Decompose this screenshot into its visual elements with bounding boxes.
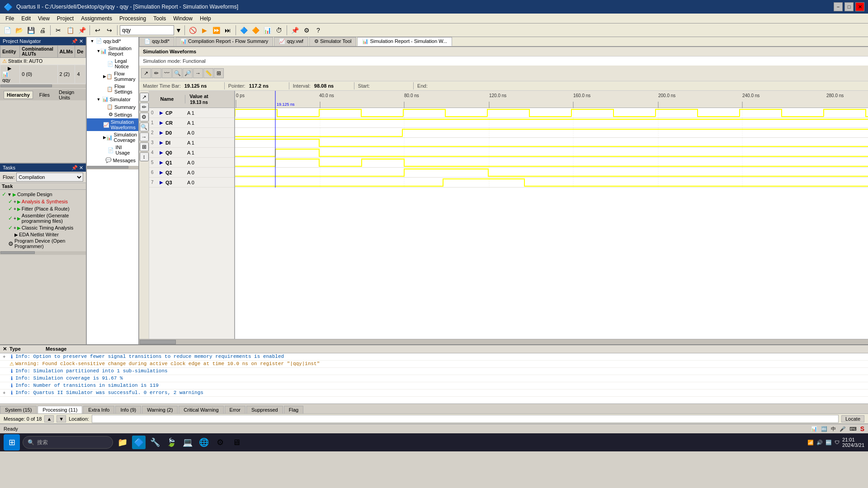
wv-side-arrow[interactable]: → — [140, 132, 149, 141]
close-button[interactable]: ✕ — [855, 2, 864, 11]
wv-side-wave[interactable]: ⚙ — [140, 113, 149, 122]
signal-row-q0[interactable]: 4 ▶ Q0 A 1 — [149, 148, 234, 158]
taskbar-icon-files[interactable]: 📁 — [116, 436, 129, 449]
msg-close-button[interactable]: ✕ — [3, 346, 7, 352]
message-row[interactable]: + ℹ Info: Quartus II Simulator was succe… — [0, 389, 868, 397]
signal-row-di[interactable]: 3 ▶ DI A 1 — [149, 138, 234, 148]
toolbar-chip[interactable]: 🔶 — [250, 25, 261, 36]
bottom-tab-error[interactable]: Error — [225, 406, 245, 413]
wv-wave-btn[interactable]: 〰 — [162, 68, 172, 78]
wv-cursor-btn[interactable]: ↗ — [141, 68, 151, 78]
project-search-input[interactable] — [120, 25, 174, 35]
taskbar-icon-app1[interactable]: 🔧 — [148, 436, 162, 449]
msg-expand-icon[interactable]: + — [3, 354, 8, 359]
nav-close-button[interactable]: ✕ — [79, 38, 83, 44]
bottom-tab-extra-info[interactable]: Extra Info — [83, 406, 114, 413]
wv-group-btn[interactable]: ⊞ — [214, 68, 224, 78]
toolbar-pin[interactable]: 📌 — [289, 25, 300, 36]
tree-item-messages[interactable]: 💬Messages — [87, 156, 138, 164]
bottom-tab-warning--2-[interactable]: Warning (2) — [142, 406, 178, 413]
taskbar-icon-app2[interactable]: 🍃 — [165, 436, 178, 449]
minimize-button[interactable]: − — [834, 2, 843, 11]
toolbar-help[interactable]: ? — [313, 25, 324, 36]
msg-down-button[interactable]: ▼ — [57, 415, 66, 422]
bottom-tab-suppressed[interactable]: Suppressed — [246, 406, 283, 413]
wv-side-zoom[interactable]: 🔍 — [140, 122, 149, 131]
message-row[interactable]: ℹ Info: Simulation coverage is 91.67 % — [0, 375, 868, 382]
tab-simulator-tool[interactable]: ⚙ Simulator Tool — [309, 37, 357, 46]
taskbar-icon-app5[interactable]: ⚙ — [213, 436, 227, 449]
tree-item-qqy.bdl*[interactable]: ▼📄qqy.bdl* — [87, 37, 138, 45]
task-compile-design[interactable]: ✓ ▼ ▶ Compile Design — [0, 191, 86, 198]
message-row[interactable]: ⚠ Warning: Found clock-sensitive change … — [0, 361, 868, 368]
wv-side-snap[interactable]: ⊞ — [140, 142, 149, 151]
signal-row-d0[interactable]: 2 ▶ D0 A 0 — [149, 128, 234, 138]
taskbar-icon-app6[interactable]: 🖥 — [230, 436, 243, 449]
signal-row-q1[interactable]: 5 ▶ Q1 A 0 — [149, 158, 234, 168]
wv-arrow-btn[interactable]: → — [193, 68, 203, 78]
tree-item-settings[interactable]: ⚙Settings — [87, 111, 138, 118]
task-eda[interactable]: ▶ EDA Netlist Writer — [13, 231, 86, 238]
toolbar-print[interactable]: 🖨 — [37, 25, 48, 36]
bottom-tab-critical-warning[interactable]: Critical Warning — [179, 406, 223, 413]
task-timing[interactable]: ✓ + ▶ Classic Timing Analysis — [6, 224, 86, 231]
tasks-close-button[interactable]: ✕ — [79, 165, 83, 171]
toolbar-compile[interactable]: ▶ — [199, 25, 210, 36]
toolbar-step[interactable]: ⏭ — [222, 25, 233, 36]
maximize-button[interactable]: □ — [844, 2, 854, 11]
tree-item-simulation-waveforms[interactable]: 📈Simulation Waveforms — [87, 118, 138, 131]
taskbar-icon-dell[interactable]: 🔷 — [132, 436, 146, 449]
signal-row-cr[interactable]: 1 ▶ CR A 1 — [149, 118, 234, 128]
toolbar-compile-all[interactable]: ⏩ — [211, 25, 222, 36]
toolbar-search-dropdown[interactable]: ▼ — [175, 25, 182, 36]
menu-processing[interactable]: Processing — [116, 14, 150, 23]
wv-snap-btn[interactable]: 📏 — [203, 68, 213, 78]
menu-project[interactable]: Project — [53, 14, 77, 23]
tree-item-simulation-coverage[interactable]: ▶📊Simulation Coverage — [87, 131, 138, 144]
toolbar-settings[interactable]: ⚙ — [301, 25, 312, 36]
task-fitter[interactable]: ✓ + ▶ Fitter (Place & Route) — [6, 205, 86, 212]
bottom-tab-info--9-[interactable]: Info (9) — [115, 406, 141, 413]
tab-hierarchy[interactable]: Hierarchy — [4, 91, 33, 99]
message-row[interactable]: ℹ Info: Simulation partitioned into 1 su… — [0, 368, 868, 375]
bottom-tab-flag[interactable]: Flag — [284, 406, 303, 413]
menu-tools[interactable]: Tools — [150, 14, 170, 23]
tree-item-summary[interactable]: 📋Summary — [87, 103, 138, 111]
tab-sim-report[interactable]: 📊 Simulation Report - Simulation W... — [357, 37, 452, 46]
location-input[interactable] — [92, 415, 839, 423]
tab-bdl[interactable]: 📄 qqy.bdl* — [139, 37, 175, 46]
bottom-tab-processing--11-[interactable]: Processing (11) — [38, 406, 82, 413]
menu-help[interactable]: Help — [196, 14, 215, 23]
wv-side-group[interactable]: ↕ — [140, 152, 149, 161]
flow-dropdown[interactable]: Compilation — [16, 173, 83, 182]
menu-file[interactable]: File — [2, 14, 18, 23]
toolbar-new[interactable]: 📄 — [2, 25, 13, 36]
signal-row-q2[interactable]: 6 ▶ Q2 A 0 — [149, 168, 234, 178]
tree-item-flow-settings[interactable]: 📋Flow Settings — [87, 83, 138, 95]
locate-button[interactable]: Locate — [841, 415, 864, 422]
toolbar-stop[interactable]: 🚫 — [187, 25, 198, 36]
wv-zoom-in-btn[interactable]: 🔍 — [172, 68, 182, 78]
tab-files[interactable]: Files — [37, 91, 52, 99]
tab-compilation-report[interactable]: 📊 Compilation Report - Flow Summary — [175, 37, 273, 46]
tree-item-simulation-report[interactable]: ▼📊Simulation Report — [87, 45, 138, 57]
waveform-hscrollbar[interactable] — [139, 339, 868, 344]
wv-zoom-out-btn[interactable]: 🔎 — [183, 68, 193, 78]
tree-item-flow-summary[interactable]: ▶📋Flow Summary — [87, 70, 138, 83]
task-program[interactable]: ⚙ Program Device (Open Programmer) — [6, 238, 86, 249]
bottom-tab-system--15-[interactable]: System (15) — [0, 406, 37, 413]
message-row[interactable]: + ℹ Info: Option to preserve fewer signa… — [0, 353, 868, 361]
wv-edit-btn[interactable]: ✏ — [151, 68, 161, 78]
toolbar-save[interactable]: 💾 — [25, 25, 36, 36]
toolbar-cut[interactable]: ✂ — [53, 25, 64, 36]
nav-pin-button[interactable]: 📌 — [71, 38, 78, 44]
toolbar-timing[interactable]: ⏱ — [274, 25, 284, 36]
taskbar-icon-app3[interactable]: 💻 — [181, 436, 194, 449]
msg-up-button[interactable]: ▲ — [44, 415, 54, 422]
tree-item-simulator[interactable]: ▼📊Simulator — [87, 95, 138, 103]
toolbar-sim[interactable]: 📊 — [262, 25, 273, 36]
menu-assignments[interactable]: Assignments — [77, 14, 116, 23]
message-row[interactable]: ℹ Info: Number of transitions in simulat… — [0, 382, 868, 389]
signal-row-cp[interactable]: 0 ▶ CP A 1 — [149, 108, 234, 118]
msg-expand-icon[interactable]: + — [3, 390, 8, 395]
